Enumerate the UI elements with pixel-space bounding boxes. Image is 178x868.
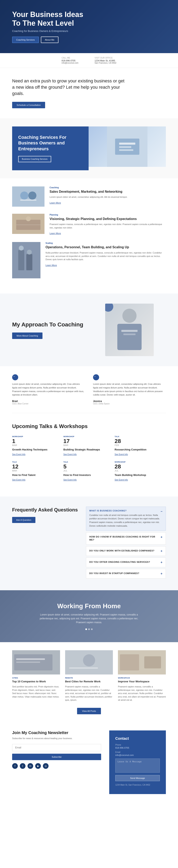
svg-point-17 xyxy=(27,250,32,254)
talk-item-1: Workshop 17 Mar Building Strategic Roadm… xyxy=(63,435,111,456)
talk-type-5: Workshop xyxy=(115,461,162,463)
wfh-title: Working From Home xyxy=(12,602,166,610)
service-item-1: Coaching Sales Development, Marketing, a… xyxy=(12,186,166,207)
svg-rect-15 xyxy=(26,254,32,270)
talks-grid: Workshop 1 Mar Growth Hacking Techniques… xyxy=(12,435,166,487)
faq-item-0[interactable]: WHAT IS BUSINESS COACHING? Curabitur non… xyxy=(86,507,166,531)
services-list-section: Coaching Sales Development, Marketing, a… xyxy=(0,178,178,294)
talk-link-3[interactable]: See Event Info xyxy=(12,479,26,481)
svg-rect-3 xyxy=(119,146,131,148)
faq-question-3: DO YOU OFFER ONGOING CONSULTING SERVICES… xyxy=(89,561,160,564)
learn-more-2[interactable]: Learn More xyxy=(50,232,61,235)
svg-text:": " xyxy=(13,376,14,378)
talk-name-0: Growth Hacking Techniques xyxy=(12,448,59,451)
hero-section: Your Business Ideas To The Next Level Co… xyxy=(0,0,178,53)
service-image-1 xyxy=(12,186,44,207)
svg-point-6 xyxy=(20,191,28,199)
about-me-button[interactable]: About Me xyxy=(41,37,58,43)
contact-bar: Call Me 818-996-0705 info@coconut.com Vi… xyxy=(0,53,178,68)
talk-link-2[interactable]: See Event Info xyxy=(115,453,128,456)
faq-item-3[interactable]: DO YOU OFFER ONGOING CONSULTING SERVICES… xyxy=(86,558,166,567)
talk-link-1[interactable]: See Event Info xyxy=(63,453,77,456)
faq-answer-0: Curabitur non nulla sit amet nisl tempus… xyxy=(89,514,160,528)
talk-item-3: Talk 12 Mar How to Find Talent See Event… xyxy=(12,461,59,482)
twitter-icon[interactable]: t xyxy=(20,763,26,769)
contact-call: Call Me 818-996-0705 info@coconut.com xyxy=(62,57,79,64)
service-image-2 xyxy=(12,214,44,234)
visit-address: 1234 Main St, #1995 xyxy=(95,59,117,62)
approach-person-illustration xyxy=(105,304,154,356)
schedule-button[interactable]: Schedule a Consultation xyxy=(12,102,45,108)
talk-link-5[interactable]: See Event Info xyxy=(115,479,128,481)
svg-rect-19 xyxy=(117,324,142,350)
testimonial-author-2: Jessica xyxy=(93,400,166,403)
blog-tag-1: Remote xyxy=(65,677,113,679)
youtube-icon[interactable]: ▶ xyxy=(35,763,41,769)
service-item-3: Scaling Operations, Personnel, Team Buil… xyxy=(12,242,166,278)
newsletter-title: Join My Coaching Newsletter xyxy=(12,731,101,735)
faq-item-4[interactable]: DO YOU INVEST IN STARTUP COMPANIES? + xyxy=(86,569,166,579)
learn-more-3[interactable]: Learn More xyxy=(46,264,57,267)
social-icons: f t in ▶ ◎ xyxy=(12,763,101,769)
wfh-carousel-dots xyxy=(12,628,166,630)
testimonials-grid: " Lorem ipsum dolor sit amet, consectetu… xyxy=(12,374,166,405)
business-coaching-button[interactable]: Business Coaching Services xyxy=(18,156,51,162)
wfh-dot-3[interactable] xyxy=(91,628,93,630)
service-content-3: Scaling Operations, Personnel, Team Buil… xyxy=(46,242,166,267)
ask-question-button[interactable]: Ask A Question xyxy=(12,517,35,523)
approach-image xyxy=(105,304,154,356)
faq-toggle-1[interactable]: + xyxy=(160,535,162,539)
instagram-icon[interactable]: ◎ xyxy=(43,763,49,769)
blog-image-0 xyxy=(12,650,60,675)
subscribe-button[interactable]: Subscribe xyxy=(12,754,101,760)
service-title-3: Operations, Personnel, Team Building, an… xyxy=(46,245,166,249)
faq-toggle-4[interactable]: + xyxy=(160,572,162,576)
talk-day-3: 12 xyxy=(12,464,19,469)
send-message-button[interactable]: Send Message xyxy=(115,775,160,781)
faq-toggle-0[interactable]: − xyxy=(160,510,162,513)
newsletter-email-input[interactable] xyxy=(12,744,101,751)
talk-day-4: 5 xyxy=(63,464,66,469)
svg-rect-21 xyxy=(123,334,136,335)
blog-tag-0: Cities xyxy=(12,677,60,679)
facebook-icon[interactable]: f xyxy=(12,763,18,769)
faq-item-1[interactable]: HOW DO I KNOW IF BUSINESS COACHING IS RI… xyxy=(86,532,166,545)
faq-toggle-2[interactable]: + xyxy=(160,549,162,553)
contact-message-textarea[interactable] xyxy=(115,758,160,773)
talk-name-3: How to Find Talent xyxy=(12,473,59,476)
talk-date-1: 17 Mar xyxy=(63,438,111,446)
testimonial-icon-2: " xyxy=(93,374,99,380)
faq-toggle-3[interactable]: + xyxy=(160,561,162,564)
hero-title: Your Business Ideas To The Next Level xyxy=(12,10,93,28)
more-about-coaching-button[interactable]: More About Coaching xyxy=(12,333,42,339)
talk-date-2: 28 Feb xyxy=(115,438,162,446)
view-all-posts-button[interactable]: View All Posts xyxy=(77,708,101,714)
learn-more-1[interactable]: Learn More xyxy=(50,202,61,204)
service-desc-1: Lorem ipsum dolor sit amet, consectetur … xyxy=(50,195,127,199)
push-text: Need an extra push to grow your existing… xyxy=(12,78,125,97)
wfh-dot-2[interactable] xyxy=(88,628,90,630)
faq-question-4: DO YOU INVEST IN STARTUP COMPANIES? xyxy=(89,572,160,575)
svg-rect-14 xyxy=(18,250,24,270)
coaching-blue-panel: Coaching Services For Business Owners an… xyxy=(12,126,89,170)
faq-item-2[interactable]: DO YOU ONLY WORK WITH ESTABLISHED COMPAN… xyxy=(86,546,166,556)
svg-point-16 xyxy=(19,246,24,250)
talk-link-4[interactable]: See Event Info xyxy=(63,479,77,481)
linkedin-icon[interactable]: in xyxy=(28,763,33,769)
talk-name-2: Researching Competition xyxy=(115,448,162,451)
talk-month-2: Feb xyxy=(115,444,119,446)
talk-name-1: Building Strategic Roadmaps xyxy=(63,448,111,451)
blog-post-1: Remote Best Cities for Remote Work Praes… xyxy=(65,650,113,702)
faq-left: Frequently Asked Questions Ask A Questio… xyxy=(12,507,78,580)
svg-point-7 xyxy=(28,191,36,199)
talk-link-0[interactable]: See Event Info xyxy=(12,453,26,456)
wfh-content: Working From Home Lorem ipsum dolor sit … xyxy=(12,602,166,630)
talk-month-4: Jul xyxy=(63,469,67,472)
hero-buttons: Coaching Services About Me xyxy=(12,37,93,43)
service-title-1: Sales Development, Marketing, and Networ… xyxy=(50,190,127,194)
service-desc-2: Praesent sapien massa, consculis a pelle… xyxy=(50,223,166,229)
blog-title-2: Improve Your Workspace xyxy=(118,680,166,683)
coaching-services-button[interactable]: Coaching Services xyxy=(12,37,39,43)
testimonials-section: " Lorem ipsum dolor sit amet, consectetu… xyxy=(0,366,178,413)
wfh-dot-1[interactable] xyxy=(85,628,87,630)
